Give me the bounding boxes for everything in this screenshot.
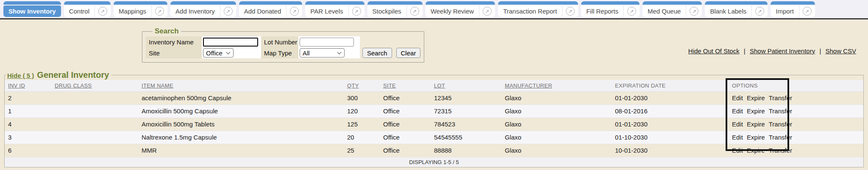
edit-action[interactable]: Edit (732, 107, 743, 115)
cell-options: Edit Expire Transfer (729, 105, 863, 118)
tab-divider (406, 5, 407, 17)
tab-label: Mappings (114, 8, 151, 15)
show-csv-link[interactable]: Show CSV (825, 47, 856, 55)
tab-control[interactable]: Control ↗ (64, 1, 111, 17)
edit-action[interactable]: Edit (732, 121, 743, 128)
tab-label: Show Inventory (3, 8, 61, 15)
col-qty[interactable]: QTY (347, 82, 359, 89)
map-type-select[interactable]: All (300, 48, 345, 58)
cell-expiration-date: 01-10-2030 (612, 131, 729, 144)
search-form: Inventory Name Lot Number Site Office Ma… (146, 36, 420, 58)
cell-manufacturer: Glaxo (501, 92, 612, 105)
tab-label: Add Donated (239, 8, 287, 15)
transfer-action[interactable]: Transfer (769, 121, 792, 128)
popout-icon[interactable]: ↗ (290, 7, 299, 16)
col-item-name[interactable]: ITEM NAME (142, 82, 173, 89)
tab-mappings[interactable]: Mappings ↗ (114, 1, 167, 17)
lot-number-label: Lot Number (261, 36, 298, 47)
tab-add-inventory[interactable]: Add Inventory ↗ (170, 1, 236, 17)
tab-add-donated[interactable]: Add Donated ↗ (239, 1, 303, 17)
transfer-action[interactable]: Transfer (769, 134, 792, 141)
cell-inv-id: 6 (5, 144, 51, 157)
popout-icon[interactable]: ↗ (566, 7, 575, 16)
search-button[interactable]: Search (362, 48, 392, 58)
tab-show-inventory[interactable]: Show Inventory (3, 1, 61, 17)
transfer-action[interactable]: Transfer (769, 94, 792, 101)
expire-action[interactable]: Expire (747, 107, 765, 115)
hide-out-of-stock-link[interactable]: Hide Out Of Stock (688, 47, 740, 55)
cell-item-name: Amoxicillin 500mg Tablets (138, 118, 344, 131)
col-inv-id[interactable]: INV ID (8, 82, 25, 89)
tab-par-levels[interactable]: PAR Levels ↗ (305, 1, 364, 17)
cell-manufacturer: Glaxo (501, 105, 612, 118)
edit-action[interactable]: Edit (732, 147, 743, 154)
transfer-action[interactable]: Transfer (769, 147, 792, 154)
tab-label: PAR Levels (305, 8, 348, 15)
cell-drug-class (51, 131, 138, 144)
cell-drug-class (51, 118, 138, 131)
col-site[interactable]: SITE (383, 82, 396, 89)
popout-icon[interactable]: ↗ (483, 7, 492, 16)
tab-fill-reports[interactable]: Fill Reports ↗ (581, 1, 640, 17)
tab-cap (581, 1, 640, 5)
cell-qty: 20 (344, 131, 380, 144)
show-patient-inventory-link[interactable]: Show Patient Inventory (750, 47, 815, 55)
hide-count-link[interactable]: Hide ( 5 ) (7, 72, 34, 79)
popout-icon[interactable]: ↗ (352, 7, 361, 16)
cell-inv-id: 2 (5, 92, 51, 105)
col-drug-class[interactable]: DRUG CLASS (55, 82, 92, 89)
quick-links: Hide Out Of Stock | Show Patient Invento… (688, 47, 856, 55)
tab-divider (751, 5, 752, 17)
cell-item-name: acetaminophen 500mg Capsule (138, 92, 344, 105)
inventory-name-input[interactable] (203, 38, 258, 47)
popout-icon[interactable]: ↗ (627, 7, 636, 16)
tab-label: Control (64, 8, 95, 15)
cell-lot: 12345 (431, 92, 501, 105)
arrow-up-right-glyph: ↗ (292, 9, 297, 14)
tab-cap (705, 1, 768, 5)
arrow-up-right-glyph: ↗ (568, 9, 573, 14)
tab-med-queue[interactable]: Med Queue ↗ (643, 1, 702, 17)
expire-action[interactable]: Expire (747, 121, 765, 128)
map-type-select-value: All (303, 49, 310, 57)
tab-stockpiles[interactable]: Stockpiles ↗ (367, 1, 423, 17)
lot-number-input[interactable] (300, 38, 354, 47)
popout-icon[interactable]: ↗ (155, 7, 164, 16)
arrow-up-right-glyph: ↗ (354, 9, 359, 14)
search-buttons: Search Clear (360, 47, 420, 58)
cell-options: Edit Expire Transfer (729, 92, 863, 105)
popout-icon[interactable]: ↗ (803, 7, 812, 16)
tab-transaction-report[interactable]: Transaction Report ↗ (498, 1, 578, 17)
edit-action[interactable]: Edit (732, 134, 743, 141)
popout-icon[interactable]: ↗ (224, 7, 233, 16)
transfer-action[interactable]: Transfer (769, 107, 792, 115)
col-manufacturer[interactable]: MANUFACTURER (505, 82, 552, 89)
edit-action[interactable]: Edit (732, 94, 743, 101)
popout-icon[interactable]: ↗ (690, 7, 698, 16)
col-lot[interactable]: LOT (434, 82, 445, 89)
cell-options: Edit Expire Transfer (729, 118, 863, 131)
cell-drug-class (51, 92, 138, 105)
arrow-up-right-glyph: ↗ (412, 9, 417, 14)
popout-icon[interactable]: ↗ (410, 7, 419, 16)
arrow-up-right-glyph: ↗ (158, 9, 162, 14)
popout-icon[interactable]: ↗ (755, 7, 764, 16)
tab-label: Transaction Report (498, 8, 562, 15)
tab-divider (686, 5, 686, 17)
tab-import[interactable]: Import ↗ (771, 1, 815, 17)
tab-weekly-review[interactable]: Weekly Review ↗ (426, 1, 495, 17)
cell-inv-id: 4 (5, 118, 51, 131)
clear-button[interactable]: Clear (396, 48, 421, 58)
cell-lot: 72315 (431, 105, 501, 118)
cell-expiration-date: 01-01-2030 (612, 92, 729, 105)
expire-action[interactable]: Expire (747, 94, 765, 101)
popout-icon[interactable]: ↗ (98, 7, 107, 16)
cell-lot: 54545555 (431, 131, 501, 144)
site-select[interactable]: Office (203, 48, 234, 58)
cell-site: Office (380, 144, 431, 157)
expire-action[interactable]: Expire (747, 147, 765, 154)
arrow-up-right-glyph: ↗ (485, 9, 490, 14)
tab-blank-labels[interactable]: Blank Labels ↗ (705, 1, 768, 17)
expire-action[interactable]: Expire (747, 134, 765, 141)
cell-lot: 784523 (431, 118, 501, 131)
